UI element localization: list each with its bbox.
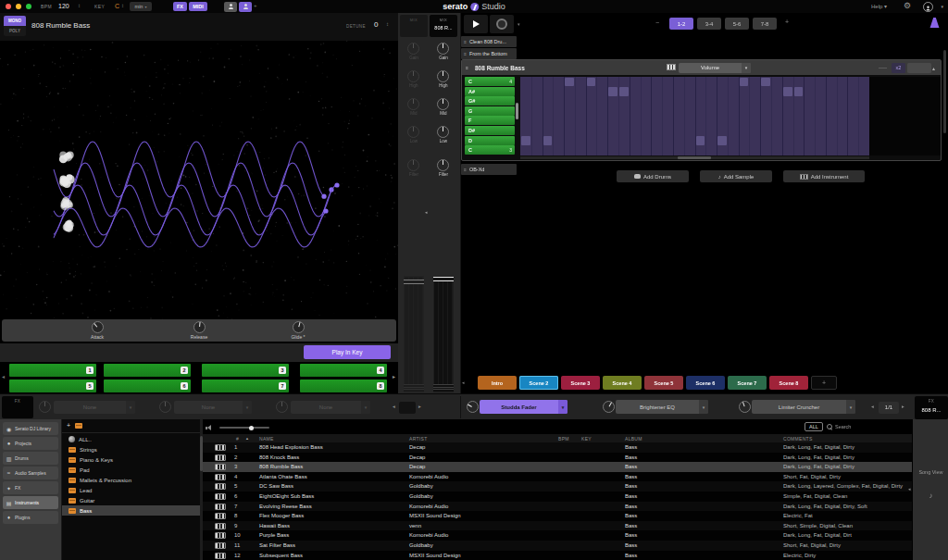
poly-button[interactable]: POLY: [4, 26, 26, 36]
knob-release[interactable]: [193, 321, 206, 333]
remove-bars-button[interactable]: −: [655, 19, 659, 26]
fx-knob[interactable]: [39, 401, 51, 413]
table-row[interactable]: 4Atlanta Ohate BassKomorebi AudioBassSho…: [203, 472, 912, 482]
column-header-key[interactable]: KEY: [581, 436, 592, 442]
column-header-comments[interactable]: COMMENTS: [783, 436, 813, 442]
bar-tab-5-6[interactable]: 5-6: [725, 18, 749, 30]
track-header[interactable]: ≡From the Bottom: [461, 48, 517, 59]
track-drag-handle-icon[interactable]: ≡: [466, 65, 468, 70]
column-header-bpm[interactable]: BPM: [558, 436, 569, 442]
mono-poly-toggle[interactable]: MONO POLY: [4, 16, 26, 36]
add-scene-button[interactable]: +: [811, 376, 837, 390]
midi-note[interactable]: [794, 87, 804, 96]
pads-prev-arrow-icon[interactable]: ◂: [2, 373, 5, 380]
fx-panel-button[interactable]: FX: [173, 2, 187, 11]
fx-knob-limiter-cruncher[interactable]: [739, 401, 751, 413]
midi-note[interactable]: [587, 78, 596, 87]
mixer-strip-header[interactable]: MIX808 R...: [430, 15, 457, 37]
settings-gear-icon[interactable]: ⚙: [904, 1, 911, 10]
crate-bass[interactable]: Bass: [62, 505, 201, 516]
sidebar-item-plugins[interactable]: ♦Plugins: [3, 511, 58, 524]
table-row[interactable]: 11Sat Filter BassGoldbabyBassShort, Fat,…: [203, 541, 912, 551]
play-button[interactable]: [464, 15, 488, 33]
scene-tab-5[interactable]: Scene 5: [644, 376, 683, 390]
fx-knob[interactable]: [276, 401, 288, 413]
scene-tab-6[interactable]: Scene 6: [686, 376, 725, 390]
mixer-knob-low[interactable]: [437, 126, 449, 138]
minimize-window-button[interactable]: [16, 4, 21, 9]
mixer-knob-mid[interactable]: [407, 98, 419, 110]
channel-fader-track[interactable]: [404, 276, 424, 392]
key-stepper-icon[interactable]: ↕: [121, 3, 124, 8]
fx-knob-studda-fader[interactable]: [467, 401, 479, 413]
scene-tab-7[interactable]: Scene 7: [728, 376, 767, 390]
channel-fader-handle[interactable]: [433, 277, 454, 281]
mixer-strip-header[interactable]: MIX: [400, 15, 428, 37]
add-bars-button[interactable]: +: [785, 19, 789, 25]
preview-volume-slider[interactable]: [219, 427, 269, 429]
table-row[interactable]: 1808 Head Explosion BassDecapBassDark, L…: [203, 442, 912, 453]
song-view-label[interactable]: Song View: [913, 469, 948, 476]
crate-guitar[interactable]: Guitar: [62, 495, 201, 505]
hscroll-thumb[interactable]: [678, 156, 711, 159]
timeline-vscrollbar[interactable]: [943, 50, 946, 133]
fx-knob-brightener-eq[interactable]: [603, 401, 615, 413]
piano-key-c[interactable]: C4: [465, 77, 515, 86]
scene-tab-8[interactable]: Scene 8: [769, 376, 808, 390]
table-row[interactable]: 7Evolving Reese BassKomorebi AudioBassDa…: [203, 502, 912, 512]
search-input[interactable]: Search: [827, 422, 904, 431]
table-row[interactable]: 6EightOEight Sub BassGoldbabyBassSimple,…: [203, 492, 912, 502]
account-chevron-icon[interactable]: ▾: [941, 4, 943, 9]
add-sample-button[interactable]: ♪Add Sample: [700, 170, 772, 182]
midi-note[interactable]: [717, 136, 727, 145]
detune-stepper-icon[interactable]: ↕: [386, 21, 389, 27]
fx-select[interactable]: None▾: [174, 401, 252, 414]
mixer-knob-high[interactable]: [437, 70, 449, 82]
piano-roll-region[interactable]: [520, 77, 869, 156]
sidebar-item-audio-samples[interactable]: ≈Audio Samples: [3, 467, 58, 479]
mixer-knob-low[interactable]: [407, 126, 419, 138]
midi-note[interactable]: [565, 78, 574, 87]
fx-left-pager-next-icon[interactable]: ▸: [418, 404, 421, 409]
midi-button[interactable]: MIDI: [189, 2, 207, 11]
pad-6[interactable]: 6: [104, 380, 191, 392]
crate-lead[interactable]: Lead: [62, 485, 201, 495]
zoom-window-button[interactable]: [26, 4, 31, 9]
fx-select[interactable]: None▾: [291, 401, 370, 414]
automation-mode-select[interactable]: Volume ▾: [679, 63, 751, 73]
pad-1[interactable]: 1: [9, 364, 96, 377]
bar-tab-3-4[interactable]: 3-4: [697, 18, 721, 30]
keys-scrollbar[interactable]: [516, 103, 518, 119]
bar-tab-7-8[interactable]: 7-8: [753, 18, 777, 30]
midi-note[interactable]: [619, 87, 629, 96]
pad-8[interactable]: 8: [300, 380, 387, 392]
piano-key-d[interactable]: D: [465, 136, 515, 145]
piano-key-a#[interactable]: A#: [465, 87, 515, 96]
fx-select-limiter-cruncher[interactable]: Limiter Cruncher▾: [752, 400, 855, 414]
scene-tab-2[interactable]: Scene 2: [519, 376, 558, 390]
play-in-key-button[interactable]: Play In Key: [304, 345, 391, 359]
midi-note[interactable]: [608, 87, 617, 96]
fx-select-studda-fader[interactable]: Studda Fader▾: [480, 400, 568, 414]
crate-all-[interactable]: ALL..: [62, 434, 201, 444]
music-note-icon[interactable]: ♪: [913, 492, 948, 500]
add-crate-button[interactable]: +: [67, 422, 70, 429]
add-instrument-button[interactable]: Add Instrument: [783, 170, 865, 182]
mixer-knob-gain[interactable]: [437, 43, 449, 55]
pads-next-arrow-icon[interactable]: ▸: [393, 373, 395, 380]
bpm-stepper-icon[interactable]: ↕: [78, 3, 81, 8]
search-filter-all-button[interactable]: ALL: [805, 422, 823, 431]
piano-roll-hscrollbar[interactable]: [520, 156, 869, 159]
fx-select[interactable]: None▾: [54, 401, 135, 414]
table-row[interactable]: 8Flex Mooger BassMSXII Sound DesignBassE…: [203, 511, 912, 521]
pad-7[interactable]: 7: [202, 380, 289, 392]
piano-key-c[interactable]: C3: [465, 145, 515, 155]
sidebar-item-fx[interactable]: ✦FX: [3, 481, 58, 494]
account-avatar[interactable]: [923, 2, 933, 12]
pad-4[interactable]: 4: [300, 364, 387, 377]
midi-note[interactable]: [521, 136, 530, 145]
scenes-prev-arrow-icon[interactable]: ◂: [462, 380, 465, 385]
detune-value[interactable]: 0: [374, 20, 378, 29]
pad-3[interactable]: 3: [202, 364, 289, 377]
sidebar-item-drums[interactable]: ▥Drums: [3, 452, 58, 465]
